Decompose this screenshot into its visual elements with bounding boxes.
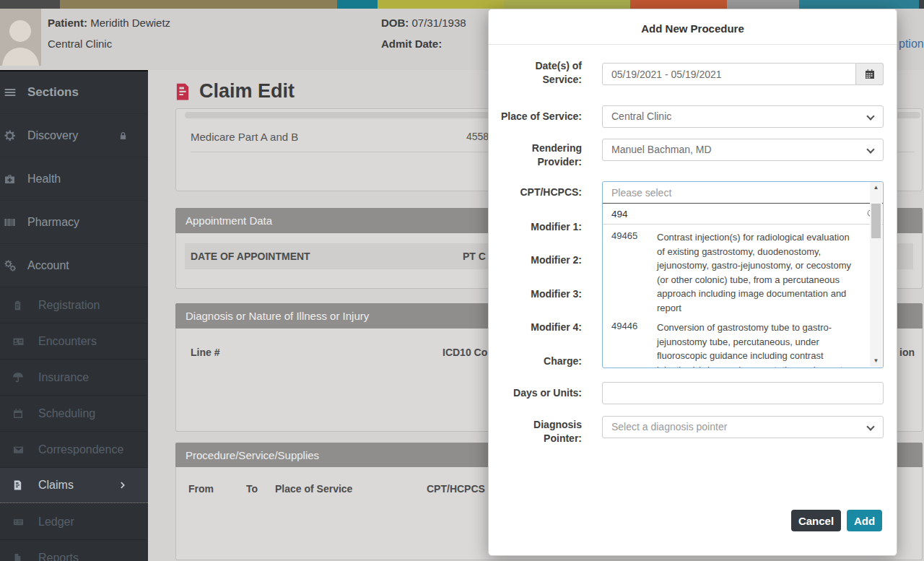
chevron-right-icon: [118, 480, 128, 490]
clinic-name: Central Clinic: [48, 38, 112, 50]
sidebar-item-label: Registration: [38, 299, 100, 312]
sidebar-title-label: Sections: [27, 85, 79, 100]
calendar-icon: [864, 69, 876, 80]
place-of-service-value: Central Clinic: [611, 110, 671, 122]
sidebar-item-insurance[interactable]: Insurance: [0, 359, 148, 395]
scrollbar-thumb[interactable]: [871, 204, 881, 238]
sidebar-item-encounters[interactable]: Encounters: [0, 323, 148, 359]
patient-label: Patient:: [48, 17, 87, 29]
rendering-provider-label: Rendering Provider:: [499, 142, 582, 169]
sidebar-item-scheduling[interactable]: Scheduling: [0, 395, 148, 431]
gears-icon: [4, 259, 17, 271]
claims-document-icon: [12, 479, 23, 491]
scroll-down-arrow-icon[interactable]: ▼: [870, 355, 882, 367]
sidebar-item-label: Correspondence: [38, 443, 123, 456]
calendar-icon: [12, 408, 24, 419]
truncated-link-fragment[interactable]: ption: [899, 38, 924, 51]
column-line-number: Line #: [191, 347, 219, 358]
cpt-hcpcs-label: CPT/HCPCS:: [499, 186, 582, 199]
ledger-icon: [12, 516, 25, 527]
dates-of-service-input[interactable]: [602, 63, 856, 85]
days-or-units-input[interactable]: [602, 382, 884, 404]
cpt-results-list: 49465Contrast injection(s) for radiologi…: [603, 226, 883, 368]
sidebar-item-ledger[interactable]: Ledger: [0, 503, 148, 539]
sidebar-item-registration[interactable]: Registration: [0, 287, 148, 323]
file-icon: [12, 552, 22, 561]
sidebar-sections-header[interactable]: Sections: [0, 71, 148, 113]
cpt-code: 49446: [611, 321, 637, 331]
modifier-3-label: Modifier 3:: [499, 287, 582, 301]
admit-date-label: Admit Date:: [381, 38, 442, 50]
column-icd10-truncated: ICD10 Co: [443, 347, 487, 358]
stripe-segment-teal: [337, 0, 378, 9]
stripe-segment-dark-2: [919, 0, 924, 9]
modal-header-divider: [489, 44, 897, 45]
cpt-result-option[interactable]: 49465Contrast injection(s) for radiologi…: [603, 226, 883, 316]
cpt-description: Conversion of gastrostomy tube to gastro…: [657, 321, 853, 368]
rendering-provider-select[interactable]: Manuel Bachman, MD: [602, 139, 884, 161]
column-pt-code-truncated: PT C: [463, 251, 486, 262]
sidebar-item-label: Pharmacy: [27, 216, 79, 229]
sidebar-item-claims[interactable]: Claims: [0, 467, 148, 503]
sidebar-nav: Sections DiscoveryHealthPharmacyAccountR…: [0, 70, 148, 561]
chevron-down-icon: [866, 145, 874, 153]
claim-document-icon: [173, 81, 192, 103]
lock-icon: [118, 130, 128, 141]
sidebar-item-label: Claims: [38, 479, 74, 492]
sidebar-item-discovery[interactable]: Discovery: [0, 113, 148, 157]
sidebar-item-pharmacy[interactable]: Pharmacy: [0, 200, 148, 243]
place-of-service-select[interactable]: Central Clinic: [602, 105, 884, 128]
gear-icon: [4, 129, 16, 142]
diagnosis-pointer-label: Diagnosis Pointer:: [499, 418, 582, 445]
diagnosis-pointer-select[interactable]: Select a diagnosis pointer: [602, 416, 884, 438]
clipboard-icon: [12, 300, 23, 311]
patient-avatar: [0, 9, 41, 66]
medkit-icon: [4, 173, 16, 185]
top-color-stripe: [0, 0, 924, 9]
dates-of-service-label: Date(s) of Service:: [499, 59, 582, 87]
sidebar-item-health[interactable]: Health: [0, 157, 148, 200]
modifier-2-label: Modifier 2:: [499, 253, 582, 267]
modifier-1-label: Modifier 1:: [499, 220, 582, 234]
insurance-plan-name: Medicare Part A and B: [191, 131, 298, 143]
sidebar-item-correspondence[interactable]: Correspondence: [0, 431, 148, 467]
cpt-result-option[interactable]: 49446Conversion of gastrostomy tube to g…: [603, 316, 883, 368]
cancel-button[interactable]: Cancel: [791, 510, 841, 531]
dob-label: DOB:: [381, 17, 409, 29]
page-title: Claim Edit: [199, 80, 295, 103]
sidebar-item-label: Reports: [38, 552, 79, 561]
sidebar-item-label: Ledger: [38, 516, 74, 529]
sidebar-item-label: Discovery: [27, 129, 78, 142]
add-button[interactable]: Add: [847, 510, 882, 531]
cpt-hcpcs-select[interactable]: Please select ▲: [603, 182, 883, 204]
chevron-down-icon: [866, 112, 874, 120]
dob-value: 07/31/1938: [412, 17, 466, 29]
sidebar-item-reports[interactable]: Reports: [0, 539, 148, 561]
modal-title: Add New Procedure: [489, 22, 897, 35]
column-to: To: [246, 483, 258, 495]
days-or-units-label: Days or Units:: [499, 386, 582, 400]
column-date-of-appointment: DATE OF APPOINTMENT: [191, 251, 310, 262]
barcode-icon: [4, 217, 16, 228]
stripe-segment-gray: [727, 0, 799, 9]
stripe-segment-orange: [630, 0, 727, 9]
sidebar-item-label: Scheduling: [38, 407, 95, 420]
sidebar-item-label: Encounters: [38, 335, 97, 348]
diagnosis-pointer-placeholder: Select a diagnosis pointer: [611, 421, 727, 432]
sidebar-item-label: Account: [27, 259, 69, 272]
id-card-icon: [12, 336, 25, 347]
patient-name: Meridith Dewietz: [90, 17, 170, 29]
cpt-list-scrollbar[interactable]: ▲ ▼: [870, 182, 882, 367]
column-description-truncated: ion: [899, 347, 915, 358]
modifier-4-label: Modifier 4:: [499, 321, 582, 334]
sidebar-item-account[interactable]: Account: [0, 243, 148, 287]
calendar-button[interactable]: [856, 63, 884, 85]
stripe-segment-yellow-green: [378, 0, 504, 9]
scroll-up-arrow-icon[interactable]: ▲: [870, 182, 882, 193]
cpt-search-input[interactable]: [603, 204, 883, 224]
cpt-code: 49465: [611, 230, 637, 241]
column-place-of-service: Place of Service: [275, 483, 352, 495]
charge-label: Charge:: [499, 355, 582, 368]
envelope-icon: [12, 444, 25, 455]
stripe-segment-tan: [60, 0, 337, 9]
